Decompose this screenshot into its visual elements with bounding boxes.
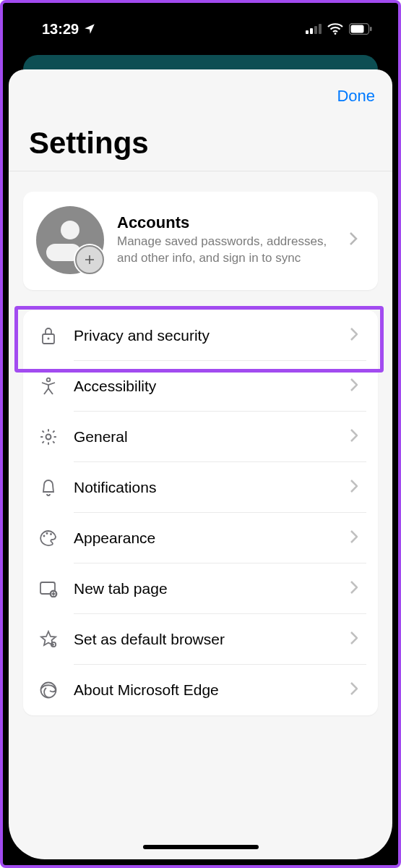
settings-list: Privacy and security Acces — [23, 310, 378, 715]
chevron-right-icon — [350, 328, 366, 344]
wifi-icon — [327, 23, 343, 35]
row-label-privacy: Privacy and security — [59, 327, 350, 344]
svg-rect-0 — [306, 30, 309, 34]
accounts-subtitle: Manage saved passwords, addresses, and o… — [117, 234, 343, 267]
plus-icon — [75, 245, 104, 274]
row-label-general: General — [59, 428, 350, 446]
row-label-default: Set as default browser — [59, 631, 350, 648]
chevron-right-icon — [350, 581, 366, 597]
row-label-appearance: Appearance — [59, 529, 350, 547]
chevron-right-icon — [350, 530, 366, 546]
row-accessibility[interactable]: Accessibility — [23, 361, 378, 412]
svg-point-11 — [48, 338, 50, 340]
bell-icon — [38, 478, 59, 497]
page-title: Settings — [9, 110, 392, 171]
sheet-header: Done — [9, 69, 392, 110]
new-tab-icon — [38, 580, 59, 597]
location-icon — [83, 22, 96, 35]
svg-rect-6 — [351, 25, 364, 33]
accounts-title: Accounts — [117, 213, 343, 232]
cellular-icon — [306, 24, 322, 34]
svg-point-13 — [46, 435, 51, 440]
row-general[interactable]: General — [23, 412, 378, 462]
gear-icon — [38, 427, 59, 446]
row-about[interactable]: About Microsoft Edge — [23, 665, 378, 715]
row-label-notifications: Notifications — [59, 479, 350, 496]
home-indicator[interactable] — [143, 845, 259, 849]
device-frame: 13:29 — [0, 0, 401, 868]
chevron-right-icon — [350, 631, 366, 647]
chevron-right-icon — [350, 480, 366, 495]
status-right — [306, 23, 372, 35]
avatar — [36, 206, 104, 274]
row-newtab[interactable]: New tab page — [23, 563, 378, 614]
chevron-right-icon — [350, 378, 366, 394]
row-privacy[interactable]: Privacy and security — [23, 310, 378, 361]
svg-rect-3 — [319, 24, 322, 34]
svg-rect-2 — [314, 26, 317, 34]
svg-rect-7 — [370, 27, 372, 31]
accounts-text: Accounts Manage saved passwords, address… — [104, 213, 349, 267]
palette-icon — [38, 529, 59, 547]
lock-icon — [38, 326, 59, 345]
accounts-card[interactable]: Accounts Manage saved passwords, address… — [23, 192, 378, 290]
star-gear-icon — [38, 630, 59, 649]
row-label-newtab: New tab page — [59, 580, 350, 597]
status-time: 13:29 — [42, 21, 79, 38]
svg-point-23 — [53, 644, 54, 645]
settings-sheet: Done Settings Accounts Manage saved pass… — [9, 69, 392, 859]
svg-point-4 — [335, 33, 337, 35]
row-label-about: About Microsoft Edge — [59, 681, 350, 699]
row-notifications[interactable]: Notifications — [23, 462, 378, 513]
chevron-right-icon — [350, 429, 366, 445]
chevron-right-icon — [350, 682, 366, 698]
row-label-accessibility: Accessibility — [59, 378, 350, 395]
row-default-browser[interactable]: Set as default browser — [23, 614, 378, 665]
svg-rect-1 — [310, 28, 313, 34]
accessibility-icon — [38, 377, 59, 396]
svg-point-15 — [46, 532, 48, 535]
battery-icon — [349, 23, 372, 35]
content: Accounts Manage saved passwords, address… — [9, 171, 392, 715]
status-bar: 13:29 — [3, 3, 398, 55]
row-appearance[interactable]: Appearance — [23, 513, 378, 563]
done-button[interactable]: Done — [337, 87, 375, 106]
status-left: 13:29 — [42, 21, 96, 38]
svg-point-12 — [47, 378, 51, 382]
svg-point-14 — [43, 535, 46, 537]
edge-icon — [38, 681, 59, 699]
chevron-right-icon — [349, 231, 365, 249]
svg-point-16 — [50, 533, 52, 535]
